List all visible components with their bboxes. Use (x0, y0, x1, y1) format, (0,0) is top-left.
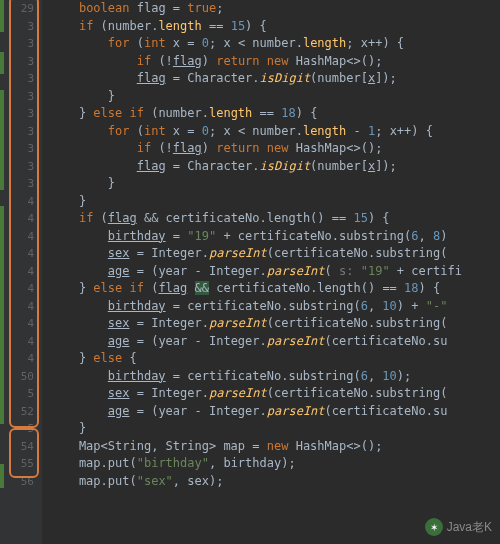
line-number: 3 (0, 35, 42, 53)
code-line[interactable]: boolean flag = true; (50, 0, 500, 18)
code-line[interactable]: sex = Integer.parseInt(certificateNo.sub… (50, 245, 500, 263)
line-number: 29 (0, 0, 42, 18)
code-line[interactable]: if (!flag) return new HashMap<>(); (50, 53, 500, 71)
line-number: 4 (0, 193, 42, 211)
code-line[interactable]: } else if (flag && certificateNo.length(… (50, 280, 500, 298)
vcs-change-marker (0, 464, 4, 488)
line-number: 3 (0, 140, 42, 158)
line-number: 4 (0, 245, 42, 263)
code-line[interactable]: birthday = certificateNo.substring(6, 10… (50, 368, 500, 386)
code-line[interactable]: sex = Integer.parseInt(certificateNo.sub… (50, 385, 500, 403)
line-number: 52 (0, 403, 42, 421)
line-number: 5 (0, 385, 42, 403)
code-line[interactable]: age = (year - Integer.parseInt( s: "19" … (50, 263, 500, 281)
line-number: 3 (0, 175, 42, 193)
line-number: 3 (0, 105, 42, 123)
code-line[interactable]: age = (year - Integer.parseInt(certifica… (50, 403, 500, 421)
line-number: 56 (0, 473, 42, 491)
line-number: 3 (0, 70, 42, 88)
line-number: 5 (0, 420, 42, 438)
watermark-text: Java老K (447, 519, 492, 536)
code-line[interactable]: } else { (50, 350, 500, 368)
line-number: 4 (0, 315, 42, 333)
line-gutter: 2933333333334444444444505525545556 (0, 0, 42, 544)
code-line[interactable]: if (number.length == 15) { (50, 18, 500, 36)
vcs-change-marker (0, 90, 4, 190)
code-line[interactable]: } (50, 88, 500, 106)
code-line[interactable]: } (50, 193, 500, 211)
code-line[interactable]: if (flag && certificateNo.length() == 15… (50, 210, 500, 228)
vcs-change-marker (0, 52, 4, 74)
code-line[interactable]: map.put("birthday", birthday); (50, 455, 500, 473)
vcs-change-marker (0, 206, 4, 424)
code-line[interactable]: } (50, 420, 500, 438)
code-line[interactable]: age = (year - Integer.parseInt(certifica… (50, 333, 500, 351)
line-number: 4 (0, 298, 42, 316)
line-number: 3 (0, 123, 42, 141)
line-number: 55 (0, 455, 42, 473)
line-number: 4 (0, 280, 42, 298)
line-number: 4 (0, 333, 42, 351)
code-line[interactable]: for (int x = 0; x < number.length - 1; x… (50, 123, 500, 141)
line-number: 4 (0, 263, 42, 281)
code-line[interactable]: if (!flag) return new HashMap<>(); (50, 140, 500, 158)
line-number: 50 (0, 368, 42, 386)
watermark: ✶ Java老K (425, 518, 492, 536)
line-number: 3 (0, 158, 42, 176)
code-line[interactable]: flag = Character.isDigit(number[x]); (50, 158, 500, 176)
code-editor[interactable]: 2933333333334444444444505525545556 boole… (0, 0, 500, 544)
code-line[interactable]: birthday = certificateNo.substring(6, 10… (50, 298, 500, 316)
line-number: 3 (0, 88, 42, 106)
code-line[interactable]: for (int x = 0; x < number.length; x++) … (50, 35, 500, 53)
code-line[interactable]: } (50, 175, 500, 193)
line-number: 54 (0, 438, 42, 456)
code-line[interactable]: map.put("sex", sex); (50, 473, 500, 491)
code-line[interactable]: sex = Integer.parseInt(certificateNo.sub… (50, 315, 500, 333)
vcs-strip (0, 0, 4, 544)
wechat-icon: ✶ (425, 518, 443, 536)
line-number: 4 (0, 350, 42, 368)
code-line[interactable]: flag = Character.isDigit(number[x]); (50, 70, 500, 88)
code-area[interactable]: boolean flag = true; if (number.length =… (42, 0, 500, 544)
line-number: 3 (0, 53, 42, 71)
code-line[interactable]: Map<String, String> map = new HashMap<>(… (50, 438, 500, 456)
line-number: 3 (0, 18, 42, 36)
vcs-change-marker (0, 0, 4, 32)
code-line[interactable]: birthday = "19" + certificateNo.substrin… (50, 228, 500, 246)
line-number: 4 (0, 210, 42, 228)
line-number: 4 (0, 228, 42, 246)
code-line[interactable]: } else if (number.length == 18) { (50, 105, 500, 123)
